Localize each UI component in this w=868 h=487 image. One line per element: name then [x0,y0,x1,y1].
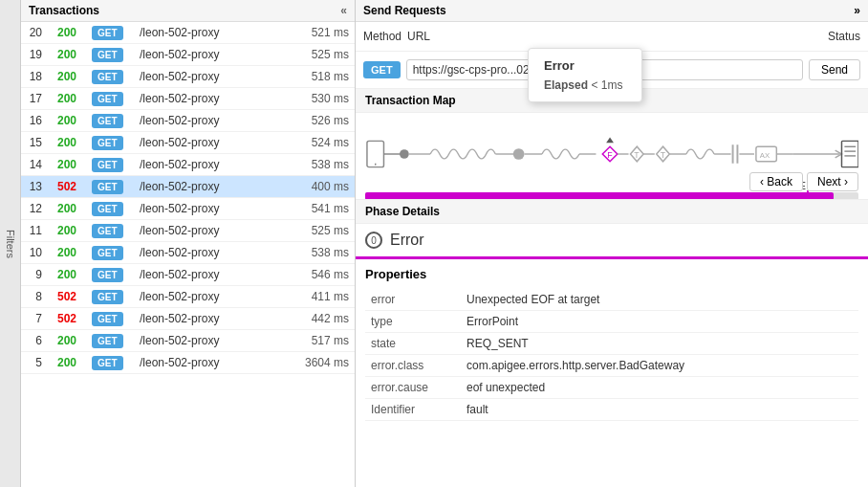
row-path: /leon-502-proxy [134,286,271,308]
row-num: 14 [21,154,48,176]
collapse-icon[interactable]: « [340,4,347,17]
table-row[interactable]: 20 200 GET /leon-502-proxy 521 ms [21,22,355,44]
row-path: /leon-502-proxy [134,88,271,110]
row-time: 525 ms [271,44,355,66]
table-row[interactable]: 8 502 GET /leon-502-proxy 411 ms [21,286,355,308]
sidebar-filters[interactable]: Filters [0,0,21,487]
method-label: Method [363,30,401,43]
row-method: GET [86,66,134,88]
table-row[interactable]: 11 200 GET /leon-502-proxy 525 ms [21,220,355,242]
next-button[interactable]: Next › [807,172,858,191]
table-row[interactable]: 10 200 GET /leon-502-proxy 538 ms [21,242,355,264]
transactions-header: Transactions « [21,0,355,22]
row-path: /leon-502-proxy [134,330,271,352]
back-button[interactable]: ‹ Back [749,172,803,191]
row-method: GET [86,330,134,352]
row-path: /leon-502-proxy [134,242,271,264]
row-num: 18 [21,66,48,88]
error-tooltip: Error Elapsed < 1ms [528,48,642,102]
row-time: 538 ms [271,154,355,176]
prop-val: com.apigee.errors.http.server.BadGateway [461,355,858,377]
row-status: 200 [48,132,86,154]
row-method: GET [86,198,134,220]
row-time: 546 ms [271,264,355,286]
row-status: 200 [48,352,86,374]
prop-val: Unexpected EOF at target [461,289,858,311]
row-method: GET [86,308,134,330]
row-num: 12 [21,198,48,220]
row-status: 502 [48,308,86,330]
row-path: /leon-502-proxy [134,132,271,154]
row-num: 10 [21,242,48,264]
transactions-header-icons: « [340,4,347,17]
row-path: /leon-502-proxy [134,110,271,132]
table-row[interactable]: 18 200 GET /leon-502-proxy 518 ms [21,66,355,88]
send-requests-title: Send Requests [363,4,446,17]
row-method: GET [86,352,134,374]
prop-val: eof unexpected [461,377,858,399]
row-method: GET [86,22,134,44]
table-row[interactable]: 15 200 GET /leon-502-proxy 524 ms [21,132,355,154]
table-row[interactable]: 14 200 GET /leon-502-proxy 538 ms [21,154,355,176]
send-requests-header: Send Requests » [356,0,868,22]
table-row[interactable]: 19 200 GET /leon-502-proxy 525 ms [21,44,355,66]
row-num: 16 [21,110,48,132]
transaction-map-section: Transaction Map [356,89,868,200]
svg-marker-26 [606,137,614,143]
row-time: 526 ms [271,110,355,132]
table-row[interactable]: 16 200 GET /leon-502-proxy 526 ms [21,110,355,132]
svg-text:T: T [661,150,666,160]
row-status: 200 [48,66,86,88]
status-label: Status [828,30,860,43]
row-time: 521 ms [271,22,355,44]
table-row[interactable]: 12 200 GET /leon-502-proxy 541 ms [21,198,355,220]
transactions-title: Transactions [29,4,99,17]
row-num: 19 [21,44,48,66]
row-method: GET [86,110,134,132]
row-path: /leon-502-proxy [134,44,271,66]
row-time: 517 ms [271,330,355,352]
row-num: 6 [21,330,48,352]
table-row[interactable]: 6 200 GET /leon-502-proxy 517 ms [21,330,355,352]
prop-key: error [365,289,461,311]
properties-table: error Unexpected EOF at target type Erro… [365,289,858,421]
row-path: /leon-502-proxy [134,264,271,286]
table-row[interactable]: 13 502 GET /leon-502-proxy 400 ms [21,176,355,198]
row-time: 400 ms [271,176,355,198]
row-method: GET [86,176,134,198]
svg-point-3 [400,149,409,159]
prop-key: error.cause [365,377,461,399]
table-row[interactable]: 7 502 GET /leon-502-proxy 442 ms [21,308,355,330]
prop-val: ErrorPoint [461,311,858,333]
table-row[interactable]: 5 200 GET /leon-502-proxy 3604 ms [21,352,355,374]
table-row[interactable]: 9 200 GET /leon-502-proxy 546 ms [21,264,355,286]
row-status: 502 [48,286,86,308]
progress-bar-bg [365,192,858,199]
row-path: /leon-502-proxy [134,176,271,198]
row-method: GET [86,242,134,264]
row-time: 525 ms [271,220,355,242]
row-path: /leon-502-proxy [134,22,271,44]
tooltip-elapsed: Elapsed < 1ms [544,78,626,92]
row-status: 200 [48,22,86,44]
prop-key: type [365,311,461,333]
prop-val: REQ_SENT [461,333,858,355]
elapsed-label: Elapsed [544,78,588,92]
expand-icon[interactable]: » [854,4,860,17]
prop-key: state [365,333,461,355]
phase-name: Error [390,232,424,249]
properties-title: Properties [365,267,858,281]
svg-rect-27 [841,141,858,166]
row-path: /leon-502-proxy [134,154,271,176]
prop-val: fault [461,399,858,421]
send-button[interactable]: Send [809,59,860,80]
property-row: error.class com.apigee.errors.http.serve… [365,355,858,377]
row-time: 518 ms [271,66,355,88]
svg-text:F: F [607,150,612,160]
row-num: 5 [21,352,48,374]
row-time: 538 ms [271,242,355,264]
row-num: 7 [21,308,48,330]
table-row[interactable]: 17 200 GET /leon-502-proxy 530 ms [21,88,355,110]
row-num: 11 [21,220,48,242]
row-method: GET [86,286,134,308]
